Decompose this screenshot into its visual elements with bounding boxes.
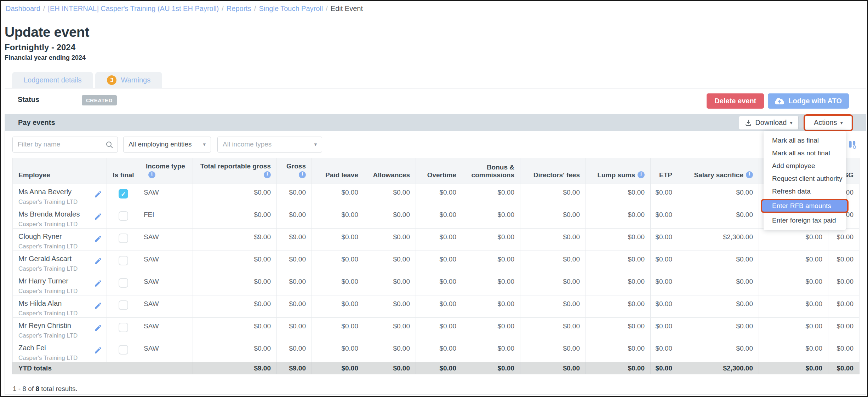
is-final-checkbox[interactable]	[119, 211, 128, 221]
breadcrumb-item[interactable]: Reports	[227, 5, 251, 12]
employing-entities-select[interactable]: All employing entities ▾	[123, 137, 211, 153]
column-header-label: Is final	[113, 171, 134, 179]
amount-cell: $0.00	[651, 229, 678, 251]
menu-item[interactable]: Add employee	[764, 160, 846, 172]
column-header-label: Lump sums	[597, 171, 635, 179]
edit-pencil-icon[interactable]	[94, 212, 102, 221]
menu-item[interactable]: Mark all as final	[764, 134, 846, 147]
amount-cell: $0.00	[586, 229, 651, 251]
table-row: Clough RynerCasper's Training LTDSAW$9.0…	[13, 229, 860, 251]
employee-name: Clough Ryner	[18, 232, 78, 241]
filter-row: All employing entities ▾ All income type…	[5, 131, 866, 158]
column-header-label: Paid leave	[325, 171, 358, 179]
amount-cell: $0.00	[651, 273, 678, 295]
is-final-checkbox[interactable]	[119, 189, 128, 198]
page-subtitle: Fortnightly - 2024	[5, 42, 89, 52]
column-header-label: Total reportable gross	[200, 162, 271, 170]
breadcrumb-item[interactable]: [EH INTERNAL] Casper's Training (AU 1st …	[48, 5, 219, 12]
actions-button[interactable]: Actions ▾	[805, 116, 852, 130]
is-final-checkbox[interactable]	[119, 345, 128, 355]
amount-cell: $0.00	[462, 251, 520, 273]
is-final-checkbox[interactable]	[119, 256, 128, 265]
cloud-upload-icon	[775, 97, 784, 106]
results-summary: 1 - 8 of 8 total results.	[13, 385, 78, 393]
breadcrumb-separator: /	[254, 5, 256, 12]
amount-cell: $0.00	[678, 340, 759, 362]
edit-pencil-icon[interactable]	[94, 301, 102, 310]
amount-cell: $0.00	[416, 295, 462, 318]
download-button[interactable]: Download ▾	[739, 116, 798, 130]
is-final-checkbox[interactable]	[119, 323, 128, 332]
amount-cell: $0.00	[651, 340, 678, 362]
tab-label: Lodgement details	[24, 76, 81, 84]
column-header: Income type	[140, 158, 193, 184]
employee-company: Casper's Training LTD	[18, 310, 78, 317]
income-type-cell: SAW	[140, 251, 193, 273]
amount-cell: $0.00	[312, 273, 364, 295]
amount-cell: $0.00	[651, 318, 678, 340]
info-icon[interactable]	[264, 171, 271, 178]
amount-cell: $0.00	[586, 340, 651, 362]
breadcrumb-item[interactable]: Single Touch Payroll	[259, 5, 323, 12]
amount-cell: $0.00	[416, 273, 462, 295]
edit-pencil-icon[interactable]	[94, 279, 102, 288]
results-count: 8	[35, 385, 39, 392]
edit-pencil-icon[interactable]	[94, 257, 102, 265]
income-type-cell: FEI	[140, 206, 193, 229]
amount-cell: $0.00	[678, 206, 759, 229]
amount-cell: $0.00	[193, 184, 277, 206]
menu-item[interactable]: Enter RFB amounts	[761, 199, 849, 213]
breadcrumb-item[interactable]: Dashboard	[6, 5, 40, 12]
employee-cell: Clough RynerCasper's Training LTD	[13, 229, 107, 251]
amount-cell: $0.00	[828, 273, 860, 295]
amount-cell: $0.00	[520, 251, 586, 273]
amount-cell: $0.00	[759, 229, 828, 251]
edit-pencil-icon[interactable]	[94, 190, 102, 198]
is-final-checkbox[interactable]	[119, 278, 128, 288]
edit-pencil-icon[interactable]	[94, 346, 102, 355]
menu-item[interactable]: Refresh data	[764, 185, 846, 198]
info-icon[interactable]	[148, 171, 155, 178]
amount-cell: $0.00	[828, 340, 860, 362]
breadcrumb-separator: /	[222, 5, 224, 12]
info-icon[interactable]	[638, 171, 645, 178]
amount-cell: $0.00	[520, 318, 586, 340]
employee-name: Ms Brenda Morales	[18, 210, 80, 218]
info-icon[interactable]	[746, 171, 753, 178]
amount-cell: $0.00	[462, 295, 520, 318]
edit-pencil-icon[interactable]	[94, 324, 102, 332]
breadcrumb: Dashboard/[EH INTERNAL] Casper's Trainin…	[1, 1, 867, 13]
menu-item[interactable]: Request client authority	[764, 172, 846, 185]
employee-name: Ms Anna Beverly	[18, 188, 78, 196]
is-final-checkbox[interactable]	[119, 300, 128, 310]
amount-cell: $0.00	[520, 273, 586, 295]
amount-cell: $0.00	[416, 318, 462, 340]
info-icon[interactable]	[299, 171, 306, 178]
menu-item[interactable]: Enter foreign tax paid	[764, 214, 846, 227]
column-header: Salary sacrifice	[678, 158, 759, 184]
amount-cell: $0.00	[364, 229, 416, 251]
tab-lodgement-details[interactable]: Lodgement details	[12, 72, 93, 88]
search-icon	[105, 140, 114, 149]
delete-event-button[interactable]: Delete event	[707, 93, 764, 109]
lodge-with-ato-button[interactable]: Lodge with ATO	[768, 93, 849, 109]
amount-cell: $0.00	[828, 295, 860, 318]
column-settings-icon[interactable]	[847, 139, 857, 149]
income-types-select[interactable]: All income types ▾	[217, 137, 322, 153]
actions-menu: Mark all as finalMark all as not finalAd…	[764, 131, 846, 230]
tab-warnings[interactable]: 3 Warnings	[95, 72, 162, 88]
employee-cell: Ms Anna BeverlyCasper's Training LTD	[13, 184, 107, 206]
filter-by-name-input[interactable]	[12, 137, 118, 153]
amount-cell: $0.00	[828, 229, 860, 251]
menu-item[interactable]: Mark all as not final	[764, 147, 846, 160]
pay-events-panel: Pay events Download ▾ Actions ▾	[5, 114, 866, 395]
amount-cell: $0.00	[277, 340, 312, 362]
status-label: Status	[18, 96, 39, 104]
employee-cell: Ms Brenda MoralesCasper's Training LTD	[13, 206, 107, 229]
breadcrumb-item: Edit Event	[331, 5, 363, 12]
edit-pencil-icon[interactable]	[94, 235, 102, 243]
amount-cell: $0.00	[462, 229, 520, 251]
amount-cell: $0.00	[586, 318, 651, 340]
warning-count-badge: 3	[107, 75, 116, 85]
is-final-checkbox[interactable]	[119, 234, 128, 243]
